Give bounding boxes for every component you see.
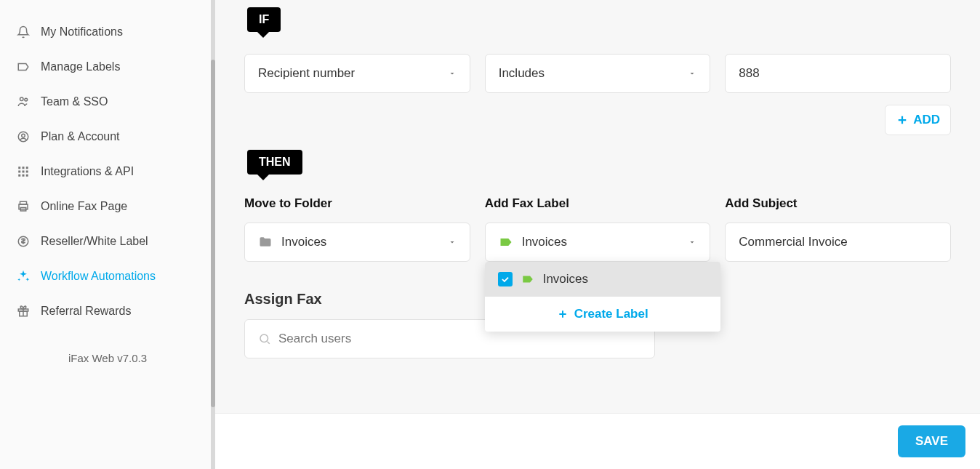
- user-circle-icon: [16, 129, 31, 144]
- tag-icon: [16, 60, 31, 74]
- move-folder-label: Move to Folder: [244, 196, 470, 211]
- sidebar-item-label: Referral Rewards: [41, 305, 131, 318]
- plus-icon: [557, 308, 569, 320]
- printer-icon: [16, 199, 31, 214]
- sidebar-item-label: Plan & Account: [41, 130, 120, 143]
- footer-bar: SAVE: [215, 413, 980, 469]
- grid-icon: [16, 164, 31, 179]
- sidebar-item-label: Reseller/White Label: [41, 235, 148, 248]
- move-folder-select[interactable]: Invoices: [244, 223, 470, 262]
- users-icon: [16, 95, 31, 109]
- svg-rect-6: [26, 167, 28, 169]
- add-condition-button[interactable]: ADD: [885, 105, 951, 135]
- condition-field-select[interactable]: Recipient number: [244, 54, 470, 93]
- sidebar-item-online-fax[interactable]: Online Fax Page: [0, 189, 215, 224]
- sidebar-item-team-sso[interactable]: Team & SSO: [0, 84, 215, 119]
- label-tag-icon: [521, 273, 534, 286]
- add-button-label: ADD: [913, 113, 940, 127]
- add-subject-label: Add Subject: [725, 196, 951, 211]
- sidebar-item-notifications[interactable]: My Notifications: [0, 15, 215, 49]
- save-button[interactable]: SAVE: [898, 425, 965, 457]
- sidebar-item-label: Integrations & API: [41, 165, 134, 178]
- sidebar-item-referral[interactable]: Referral Rewards: [0, 294, 215, 329]
- svg-rect-4: [18, 167, 20, 169]
- dollar-icon: [16, 234, 31, 249]
- add-subject-input[interactable]: Commercial Invoice: [725, 223, 951, 262]
- sidebar-item-integrations[interactable]: Integrations & API: [0, 154, 215, 189]
- chevron-down-icon: [448, 69, 457, 78]
- sidebar-item-plan-account[interactable]: Plan & Account: [0, 119, 215, 154]
- search-users-field[interactable]: [278, 332, 641, 346]
- main-content: IF Recipient number Includes: [215, 0, 980, 469]
- svg-rect-5: [23, 167, 25, 169]
- condition-operator-value: Includes: [499, 66, 545, 81]
- app-version: iFax Web v7.0.3: [0, 343, 215, 373]
- sidebar-item-label: My Notifications: [41, 25, 123, 39]
- sidebar-item-label: Workflow Automations: [41, 270, 156, 283]
- if-badge: IF: [247, 7, 281, 32]
- dropdown-option-invoices[interactable]: Invoices: [485, 262, 720, 297]
- chevron-down-icon: [688, 238, 696, 246]
- condition-operator-select[interactable]: Includes: [485, 54, 711, 93]
- svg-rect-8: [23, 171, 25, 173]
- svg-rect-9: [26, 171, 28, 173]
- sidebar-item-workflow-automations[interactable]: Workflow Automations: [0, 259, 215, 294]
- add-subject-value: Commercial Invoice: [739, 235, 847, 249]
- sparkle-icon: [16, 269, 31, 284]
- search-icon: [258, 332, 271, 345]
- svg-rect-11: [23, 175, 25, 177]
- fax-label-dropdown: Invoices Create Label: [485, 262, 720, 332]
- dropdown-option-label: Invoices: [543, 272, 588, 286]
- add-fax-label-value: Invoices: [522, 235, 567, 249]
- sidebar-item-label: Manage Labels: [41, 60, 120, 73]
- condition-value-input[interactable]: 888: [725, 54, 951, 93]
- plus-icon: [896, 113, 909, 127]
- checkbox-checked-icon: [498, 272, 513, 286]
- condition-value: 888: [739, 66, 759, 81]
- svg-point-3: [22, 134, 25, 137]
- svg-rect-10: [18, 175, 20, 177]
- condition-field-value: Recipient number: [258, 66, 355, 81]
- folder-icon: [258, 235, 273, 249]
- chevron-down-icon: [448, 238, 457, 246]
- svg-point-0: [20, 97, 24, 101]
- sidebar-item-reseller[interactable]: Reseller/White Label: [0, 224, 215, 259]
- sidebar: My Notifications Manage Labels Team & SS…: [0, 0, 215, 469]
- label-tag-icon: [499, 235, 513, 249]
- svg-rect-12: [26, 175, 28, 177]
- sidebar-item-label: Online Fax Page: [41, 200, 127, 213]
- gift-icon: [16, 304, 31, 318]
- add-fax-label-select[interactable]: Invoices: [485, 223, 711, 262]
- create-label-text: Create Label: [574, 307, 648, 321]
- svg-rect-7: [18, 171, 20, 173]
- move-folder-value: Invoices: [281, 235, 326, 249]
- then-badge: THEN: [247, 150, 302, 175]
- create-label-button[interactable]: Create Label: [485, 297, 720, 332]
- chevron-down-icon: [688, 69, 696, 78]
- svg-point-1: [25, 98, 28, 101]
- svg-point-19: [260, 334, 268, 342]
- sidebar-item-label: Team & SSO: [41, 95, 108, 108]
- sidebar-item-manage-labels[interactable]: Manage Labels: [0, 49, 215, 84]
- bell-icon: [16, 25, 31, 39]
- add-fax-label-label: Add Fax Label: [485, 196, 711, 211]
